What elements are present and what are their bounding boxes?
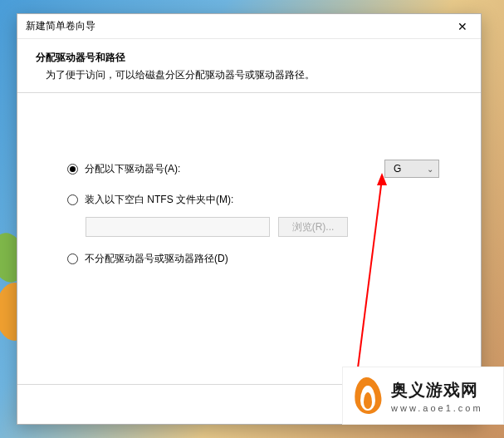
watermark-url: www.aoe1.com: [391, 403, 483, 413]
radio-none-label: 不分配驱动器号或驱动器路径(D): [85, 252, 228, 266]
radio-assign[interactable]: [67, 164, 78, 175]
flame-icon: [351, 376, 384, 416]
header-subtitle: 为了便于访问，可以给磁盘分区分配驱动器号或驱动器路径。: [36, 68, 462, 82]
browse-label: 浏览(R)...: [292, 220, 335, 234]
drive-letter-value: G: [394, 163, 401, 175]
option-mount-row[interactable]: 装入以下空白 NTFS 文件夹中(M):: [67, 193, 439, 207]
radio-none[interactable]: [67, 253, 78, 264]
drive-letter-select[interactable]: G ⌄: [384, 160, 439, 178]
radio-mount-label: 装入以下空白 NTFS 文件夹中(M):: [85, 193, 233, 207]
header-title: 分配驱动器号和路径: [36, 51, 462, 65]
titlebar: 新建简单卷向导 ✕: [17, 14, 481, 39]
radio-assign-label: 分配以下驱动器号(A):: [85, 162, 180, 176]
header: 分配驱动器号和路径 为了便于访问，可以给磁盘分区分配驱动器号或驱动器路径。: [17, 39, 481, 92]
browse-button: 浏览(R)...: [278, 217, 348, 237]
close-button[interactable]: ✕: [444, 14, 481, 38]
option-none-row[interactable]: 不分配驱动器号或驱动器路径(D): [67, 252, 439, 266]
wizard-dialog: 新建简单卷向导 ✕ 分配驱动器号和路径 为了便于访问，可以给磁盘分区分配驱动器号…: [17, 13, 482, 425]
watermark: 奥义游戏网 www.aoe1.com: [342, 367, 504, 425]
close-icon: ✕: [458, 20, 467, 33]
watermark-title: 奥义游戏网: [391, 379, 483, 401]
chevron-down-icon: ⌄: [427, 165, 433, 174]
mount-path-input: [86, 217, 270, 237]
radio-mount[interactable]: [67, 194, 78, 205]
option-assign-row[interactable]: 分配以下驱动器号(A): G ⌄: [67, 160, 439, 178]
content-area: 分配以下驱动器号(A): G ⌄ 装入以下空白 NTFS 文件夹中(M): 浏览…: [17, 93, 481, 266]
window-title: 新建简单卷向导: [26, 19, 95, 33]
